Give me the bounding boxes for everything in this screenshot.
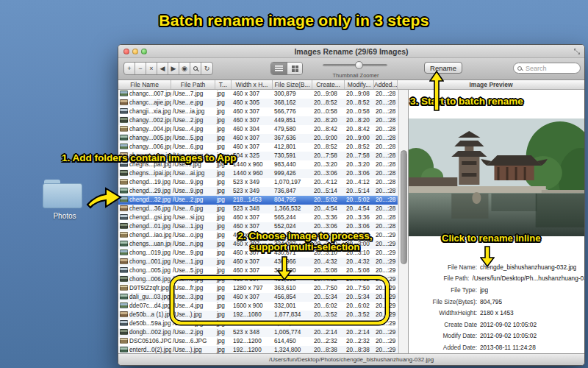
- zoom-tool-button[interactable]: [190, 63, 201, 74]
- cell-create-date: 20...8:42: [312, 125, 345, 134]
- cell-added-date: 20...:28: [374, 125, 398, 134]
- cell-file-name: enterd...0(2).jpg: [129, 347, 171, 353]
- column-header-type[interactable]: T...: [215, 80, 232, 89]
- table-row[interactable]: changy...006.jpg /Use...6.jpg jpg 460 x …: [118, 143, 398, 152]
- cell-type: jpg: [215, 213, 232, 222]
- cell-modify-date: 20...3:06: [345, 169, 374, 178]
- previous-button[interactable]: ◀: [157, 63, 168, 74]
- column-header-dimensions[interactable]: Width x H...: [232, 80, 273, 89]
- cell-dimensions: 523 x 348: [232, 205, 273, 213]
- folder-icon-body: [43, 183, 82, 208]
- cell-file-size: 566,776: [273, 107, 312, 116]
- table-row[interactable]: changy...005.jpg /Use...5.jpg jpg 460 x …: [118, 134, 398, 143]
- info-label: Modify Date:: [409, 332, 477, 339]
- cell-modify-date: 20...8:20: [345, 116, 374, 125]
- scrollbar-thumb[interactable]: [401, 150, 407, 264]
- cell-added-date: 20...:28: [374, 134, 398, 143]
- preview-info-row: File Size(Bytes): 804,795: [409, 296, 585, 308]
- cell-added-date: 20...:28: [374, 152, 398, 160]
- info-value: 2180 x 1453: [480, 309, 514, 316]
- column-header-create-date[interactable]: Create...: [312, 80, 345, 89]
- info-label: WidthxHeight:: [409, 309, 477, 316]
- cell-dimensions: 460 x 307: [232, 107, 273, 116]
- cell-create-date: 20...4:54: [312, 205, 345, 213]
- file-thumbnail-icon: [120, 117, 128, 123]
- cell-file-size: 479,580: [273, 125, 312, 134]
- table-row[interactable]: dongb...002.jpg /Use...2.jpg jpg 523 x 3…: [118, 328, 398, 337]
- table-row[interactable]: chengd...36.jpg /Use...6.jpg jpg 523 x 3…: [118, 205, 398, 213]
- table-row[interactable]: changy...002.jpg /Use...2.jpg jpg 460 x …: [118, 116, 398, 125]
- table-row[interactable]: changc...ajie.jpg /Use...e.jpg jpg 460 x…: [118, 99, 398, 107]
- cell-file-path: /Use...ai.jpg: [171, 169, 215, 178]
- table-row[interactable]: chegns...ipai.jpg /Use...ai.jpg jpg 1440…: [118, 169, 398, 178]
- info-value: 2013-08-11 11:24:28: [480, 344, 536, 351]
- cell-create-date: 20...8:20: [312, 116, 345, 125]
- column-header-added-date[interactable]: Added...: [374, 80, 398, 89]
- table-scrollbar[interactable]: [398, 90, 408, 355]
- add-folder-button[interactable]: +: [124, 63, 135, 74]
- info-label: File Size(Bytes):: [409, 298, 477, 305]
- cell-added-date: 20...:29: [374, 258, 398, 266]
- cell-modify-date: 20...7:58: [345, 152, 374, 160]
- table-row[interactable]: changji...xia.jpg /Use...ia.jpg jpg 460 …: [118, 107, 398, 116]
- cell-file-path: /Use...2.jpg: [171, 328, 215, 337]
- list-view-button[interactable]: [271, 63, 287, 74]
- column-header-modify-date[interactable]: Modify...: [345, 80, 374, 89]
- search-input[interactable]: Search: [513, 63, 581, 74]
- fullscreen-icon[interactable]: [573, 48, 581, 55]
- refresh-button[interactable]: ↻: [201, 63, 212, 74]
- table-row[interactable]: changc...007.jpg /Use...7.jpg jpg 460 x …: [118, 90, 398, 99]
- column-header-file-path[interactable]: File Path: [171, 80, 215, 89]
- cell-create-date: 20...5:14: [312, 187, 345, 196]
- thumbnail-zoomer-slider[interactable]: [323, 64, 387, 66]
- table-row[interactable]: chengd...19.jpg /Use...9.jpg jpg 523 x 3…: [118, 178, 398, 187]
- info-value: /Users/fun/Desktop/Ph...hushanzhuang-032…: [472, 275, 585, 282]
- cell-modify-date: 20...0:58: [345, 107, 374, 116]
- cell-dimensions: 460 x 307: [232, 134, 273, 143]
- cell-file-name: chong...001.jpg: [129, 258, 171, 265]
- image-preview-panel: File Name: chengde_bishushanzhuang-032.j…: [408, 90, 585, 355]
- cell-file-size: 1,070,197: [273, 178, 312, 187]
- cell-file-path: /Use...5.jpg: [171, 134, 215, 143]
- cell-file-path: /Use...o.jpg: [171, 231, 215, 240]
- file-thumbnail-icon: [120, 258, 128, 264]
- table-row[interactable]: chong...001.jpg /Use...1.jpg jpg 460 x 3…: [118, 258, 398, 266]
- column-header-file-size[interactable]: File Size(B...: [273, 80, 312, 89]
- info-label: Create Date: [409, 321, 477, 328]
- column-header-file-name[interactable]: File Name: [118, 80, 171, 89]
- cell-type: jpg: [215, 266, 232, 275]
- cell-dimensions: 1440 x 960: [232, 169, 273, 178]
- cell-create-date: 20...5:08: [312, 266, 345, 275]
- cell-file-size: 367,636: [273, 134, 312, 143]
- slider-knob[interactable]: [355, 61, 363, 69]
- cell-file-name: changc...ajie.jpg: [129, 99, 171, 106]
- preview-eye-button[interactable]: ◉: [179, 63, 190, 74]
- cell-file-size: 412,801: [273, 143, 312, 152]
- info-label: File Type:: [409, 286, 477, 294]
- clear-button[interactable]: ×: [146, 63, 157, 74]
- photos-folder[interactable]: Photos: [43, 180, 87, 220]
- table-row[interactable]: chengd...gsi.jpg /Use...si.jpg jpg 460 x…: [118, 213, 398, 222]
- table-row[interactable]: chengd...32.jpg /Use...2.jpg jpg 218...1…: [118, 196, 398, 205]
- table-row[interactable]: chengd...29.jpg /Use...9.jpg jpg 523 x 3…: [118, 187, 398, 196]
- cell-create-date: 20...8:52: [312, 99, 345, 107]
- cell-file-path: /Use...6.jpg: [171, 205, 215, 213]
- annotation-step1: 1. Add folders contain images to App: [62, 152, 237, 163]
- next-button[interactable]: ▶: [168, 63, 179, 74]
- file-thumbnail-icon: [120, 170, 128, 176]
- cell-file-name: chengd...32.jpg: [129, 197, 171, 203]
- info-label: File Path:: [409, 275, 469, 282]
- remove-button[interactable]: −: [135, 63, 146, 74]
- file-thumbnail-icon: [120, 347, 128, 353]
- table-row[interactable]: chong...005.jpg /Use...5.jpg jpg 460 x 3…: [118, 266, 398, 275]
- preview-info-row: Modify Date: 2012-09-02 10:05:02: [409, 330, 585, 342]
- cell-file-name: dongb...002.jpg: [129, 329, 171, 336]
- info-label: File Name:: [409, 263, 477, 271]
- table-row[interactable]: DSC05106.JPG /Use...6.JPG jpg 192...1200…: [118, 337, 398, 346]
- cell-file-size: 983,440: [273, 160, 312, 169]
- search-icon: [517, 66, 522, 71]
- cell-create-date: 20...9:08: [312, 90, 345, 99]
- cell-modify-date: 20...5:08: [345, 266, 374, 275]
- cell-create-date: 20...2:14: [312, 328, 345, 337]
- table-row[interactable]: changy...004.jpg /Use...4.jpg jpg 460 x …: [118, 125, 398, 134]
